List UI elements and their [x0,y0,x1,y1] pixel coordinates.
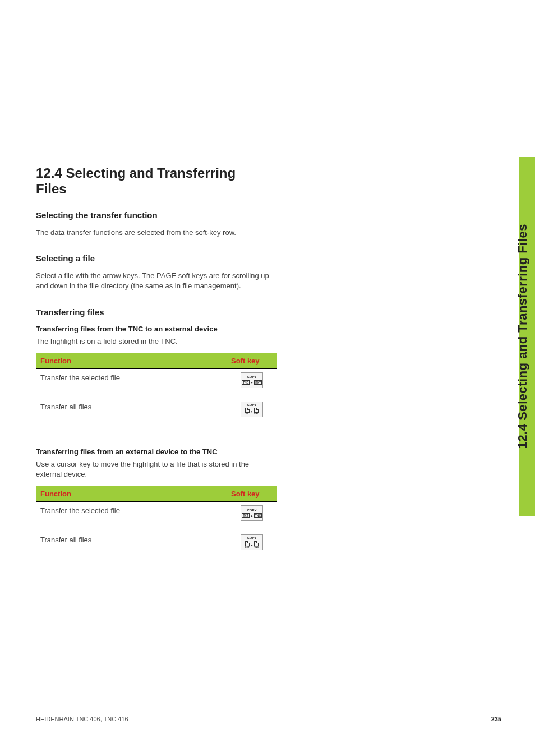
footer: HEIDENHAIN TNC 406, TNC 416 235 [36,716,501,722]
cell-function: Transfer all files [36,531,227,548]
doc-icon [245,408,250,413]
table-header-row: Function Soft key [36,486,277,502]
copy-all-ext-to-tnc-icon: COPY EXT ▸ TNC [241,534,263,550]
cell-function: Transfer the selected file [36,369,227,386]
copy-tnc-to-ext-icon: COPY TNC ▸ EXT [241,372,263,388]
group2-desc: Use a cursor key to move the highlight t… [36,459,269,480]
arrow-right-icon: ▸ [251,380,253,385]
table-tnc-to-ext: Function Soft key Transfer the selected … [36,353,277,427]
subheading-transferring-files: Transferring files [36,307,269,317]
doc-icon [245,541,250,546]
footer-left: HEIDENHAIN TNC 406, TNC 416 [36,716,128,722]
table-row: Transfer all files COPY TNC ▸ EXT [36,398,277,427]
header-softkey: Soft key [227,353,277,368]
body-transfer-function: The data transfer functions are selected… [36,228,269,238]
group2-title: Transferring files from an external devi… [36,448,269,456]
cell-softkey: COPY EXT ▸ TNC [227,502,277,524]
table-row: Transfer all files COPY EXT ▸ TNC [36,531,277,560]
cell-softkey: COPY TNC ▸ EXT [227,398,277,421]
arrow-right-icon: ▸ [251,543,253,547]
side-tab: 12.4 Selecting and Transferring Files [510,157,535,516]
table-header-row: Function Soft key [36,353,277,369]
arrow-right-icon: ▸ [251,409,253,414]
table-row: Transfer the selected file COPY EXT ▸ TN… [36,502,277,531]
section-title: 12.4 Selecting and Transferring Files [36,165,269,197]
group1-desc: The highlight is on a field stored in th… [36,336,269,347]
body-selecting-file: Select a file with the arrow keys. The P… [36,271,269,291]
doc-icon [254,408,259,413]
doc-icon [254,541,259,546]
copy-ext-to-tnc-icon: COPY EXT ▸ TNC [241,505,263,521]
arrow-right-icon: ▸ [251,514,253,518]
cell-softkey: COPY EXT ▸ TNC [227,531,277,554]
subheading-selecting-file: Selecting a file [36,253,269,263]
table-row: Transfer the selected file COPY TNC ▸ EX… [36,369,277,398]
cell-softkey: COPY TNC ▸ EXT [227,369,277,391]
header-softkey: Soft key [227,486,277,501]
cell-function: Transfer the selected file [36,502,227,519]
side-tab-text: 12.4 Selecting and Transferring Files [515,224,530,449]
copy-all-tnc-to-ext-icon: COPY TNC ▸ EXT [241,402,263,417]
cell-function: Transfer all files [36,398,227,416]
header-function: Function [36,353,227,368]
table-ext-to-tnc: Function Soft key Transfer the selected … [36,486,277,560]
page-number: 235 [491,716,501,722]
header-function: Function [36,486,227,501]
group1-title: Transferring files from the TNC to an ex… [36,325,269,333]
subheading-transfer-function: Selecting the transfer function [36,210,269,220]
